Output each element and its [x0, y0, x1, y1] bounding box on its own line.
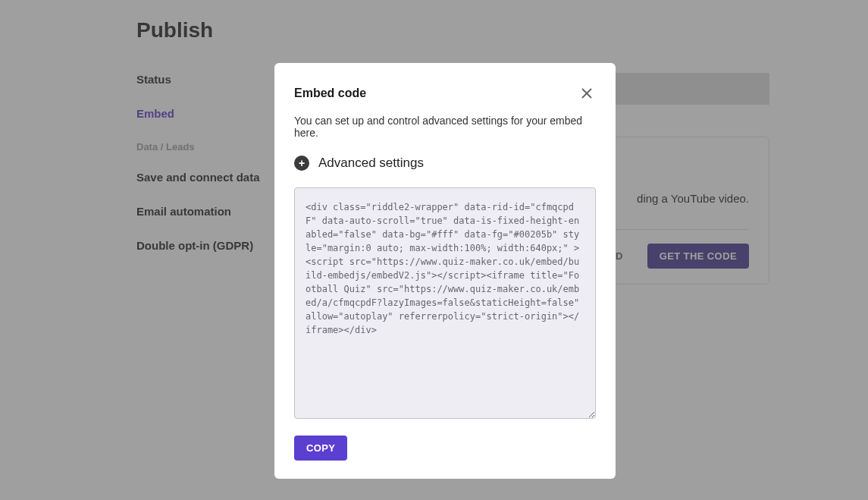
- embed-code-modal: Embed code You can set up and control ad…: [274, 63, 616, 479]
- advanced-settings-label: Advanced settings: [318, 156, 424, 171]
- close-button[interactable]: [578, 84, 596, 102]
- modal-title: Embed code: [294, 86, 366, 100]
- plus-icon: +: [294, 156, 309, 171]
- advanced-settings-toggle[interactable]: + Advanced settings: [294, 156, 596, 171]
- embed-code-textarea[interactable]: [294, 187, 596, 419]
- copy-button[interactable]: COPY: [294, 436, 347, 461]
- modal-header: Embed code: [294, 84, 596, 102]
- close-icon: [581, 87, 593, 99]
- modal-description: You can set up and control advanced sett…: [294, 115, 596, 139]
